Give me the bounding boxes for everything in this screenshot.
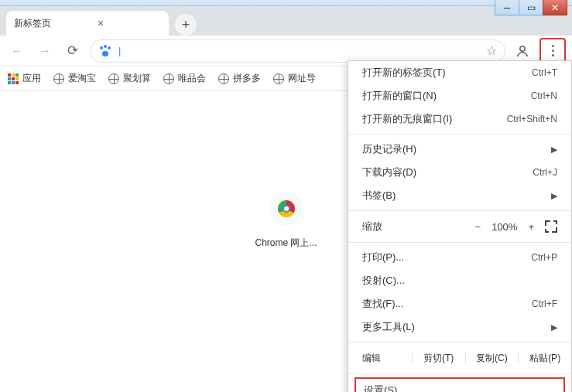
chrome-logo-icon [278,200,295,217]
bookmark-star-icon[interactable]: ☆ [486,43,497,58]
globe-icon [163,73,174,84]
tab-title: 新标签页 [14,17,51,30]
window-minimize-button[interactable]: ─ [495,0,519,15]
menu-downloads[interactable]: 下载内容(D)Ctrl+J [348,161,571,184]
menu-separator [348,134,571,135]
menu-zoom: 缩放 − 100% + [348,214,571,239]
menu-separator [348,242,571,243]
new-tab-button[interactable]: + [175,14,197,36]
shortcut-label: Chrome 网上... [255,237,317,250]
globe-icon [53,73,64,84]
window-titlebar: ─ ▭ ✕ [0,0,572,6]
menu-find[interactable]: 查找(F)...Ctrl+F [348,292,571,315]
tab-close-icon[interactable]: × [98,17,104,29]
chevron-right-icon: ▶ [551,322,557,332]
chrome-store-shortcut[interactable] [269,192,303,226]
chevron-right-icon: ▶ [551,191,557,201]
profile-button[interactable] [512,40,533,62]
window-close-button[interactable]: ✕ [543,0,567,15]
globe-icon [218,73,229,84]
edit-paste-button[interactable]: 粘贴(P) [519,352,571,365]
zoom-in-button[interactable]: + [528,221,534,233]
back-button[interactable]: ← [6,40,28,62]
menu-print[interactable]: 打印(P)...Ctrl+P [348,246,571,269]
zoom-out-button[interactable]: − [475,221,481,233]
address-bar[interactable]: ☆ [90,39,505,63]
window-maximize-button[interactable]: ▭ [519,0,543,15]
menu-new-tab[interactable]: 打开新的标签页(T)Ctrl+T [348,61,571,84]
svg-point-0 [520,46,525,50]
tab-strip: 新标签页 × + [0,6,572,36]
bookmark-item[interactable]: 唯品会 [163,72,206,85]
edit-label: 编辑 [348,352,413,365]
menu-separator [348,373,571,374]
vertical-dots-icon [552,45,554,56]
menu-history[interactable]: 历史记录(H)▶ [348,138,571,161]
bookmark-item[interactable]: 爱淘宝 [53,72,96,85]
reload-button[interactable]: ⟳ [62,40,84,62]
main-menu: 打开新的标签页(T)Ctrl+T 打开新的窗口(N)Ctrl+N 打开新的无痕窗… [348,60,572,392]
zoom-level: 100% [492,221,517,233]
forward-button[interactable]: → [34,40,56,62]
apps-grid-icon [8,73,19,84]
menu-settings[interactable]: 设置(S) [356,379,563,392]
globe-icon [273,73,284,84]
menu-new-window[interactable]: 打开新的窗口(N)Ctrl+N [348,84,571,107]
menu-bookmarks[interactable]: 书签(B)▶ [348,184,571,207]
menu-separator [348,210,571,211]
apps-button[interactable]: 应用 [8,72,41,85]
menu-cast[interactable]: 投射(C)... [348,269,571,292]
menu-more-tools[interactable]: 更多工具(L)▶ [348,315,571,339]
fullscreen-icon[interactable] [545,220,557,233]
bookmark-item[interactable]: 聚划算 [108,72,151,85]
menu-separator [348,342,571,343]
baidu-paw-icon [98,44,112,58]
apps-label: 应用 [22,72,41,85]
menu-incognito[interactable]: 打开新的无痕窗口(I)Ctrl+Shift+N [348,107,571,131]
bookmark-item[interactable]: 网址导 [273,72,316,85]
bookmark-item[interactable]: 拼多多 [218,72,261,85]
edit-copy-button[interactable]: 复制(C) [466,352,519,365]
globe-icon [108,73,119,84]
menu-edit-row: 编辑 剪切(T) 复制(C) 粘贴(P) [348,346,571,370]
chevron-right-icon: ▶ [551,145,557,155]
settings-highlight: 设置(S) [355,377,565,392]
address-input[interactable] [118,45,480,56]
edit-cut-button[interactable]: 剪切(T) [413,352,466,365]
browser-tab[interactable]: 新标签页 × [6,11,169,36]
